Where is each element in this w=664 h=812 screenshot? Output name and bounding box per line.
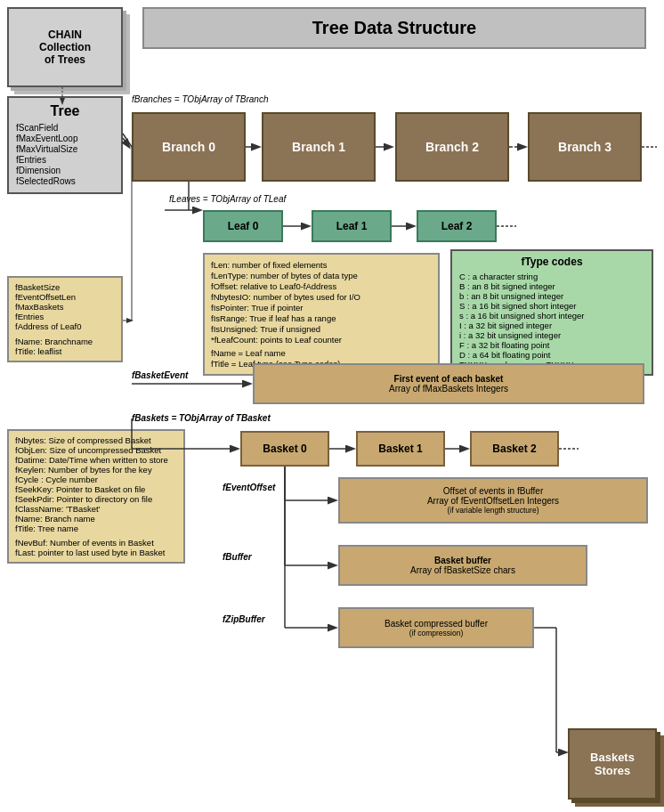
leaf-2: Leaf 2 [417,210,497,242]
tree-field-5: fSelectedRows [16,176,114,186]
branch-2: Branch 2 [395,112,509,182]
leaf-1: Leaf 1 [312,210,392,242]
branch-3: Branch 3 [528,112,642,182]
tree-field-2: fMaxVirtualSize [16,144,114,154]
ftype-5: I : a 32 bit signed integer [459,321,644,330]
basket-detail-box: fNbytes: Size of compressed Basket fObjL… [7,429,185,564]
fzipbuffer-line1: Basket compressed buffer [385,619,488,629]
branch-detail-box: fBasketSize fEventOffsetLen fMaxBaskets … [7,276,123,362]
leaf-info-box: fLen: number of fixed elements fLenType:… [203,253,440,376]
ftype-3: S : a 16 bit signed short integer [459,301,644,311]
basket-2: Basket 2 [470,431,559,467]
leaf-info-9: fName = Leaf name [211,348,432,358]
branch-detail-6: fName: Branchname [15,337,115,346]
chain-box: CHAIN Collection of Trees [7,7,123,87]
basket-detail-6: fSeekPdir: Pointer to directory on file [15,494,177,504]
leaf-info-1: fLenType: number of bytes of data type [211,271,432,280]
basket-detail-0: fNbytes: Size of compressed Basket [15,435,177,445]
ftype-title: fType codes [459,256,644,268]
basket-detail-7: fClassName: 'TBasket' [15,504,177,514]
branch-detail-0: fBasketSize [15,282,115,292]
fbasket-event-line2: Array of fMaxBaskets Integers [389,384,508,394]
chain-label: CHAIN Collection of Trees [39,28,91,66]
ftype-2: b : an 8 bit unsigned integer [459,291,644,301]
ftype-0: C : a character string [459,272,644,281]
branch-0: Branch 0 [132,112,246,182]
svg-line-4 [123,138,129,147]
feventoffset-line3: (if variable length structure) [448,506,539,515]
leaf-info-0: fLen: number of fixed elements [211,260,432,270]
branch-detail-2: fMaxBaskets [15,302,115,312]
leaf-info-7: *fLeafCount: points to Leaf counter [211,335,432,345]
svg-line-5 [123,134,132,147]
leaf-info-5: fIsRange: True if leaf has a range [211,313,432,323]
basket-detail-5: fSeekKey: Pointer to Basket on file [15,484,177,494]
tree-field-4: fDimension [16,166,114,175]
fbaskets-label: fBaskets = TObjArray of TBasket [132,413,271,423]
fbuffer-line2: Array of fBasketSize chars [410,565,515,575]
tree-field-1: fMaxEventLoop [16,134,114,143]
leaf-info-4: fIsPointer: True if pointer [211,303,432,313]
fbasket-event-line1: First event of each basket [394,374,504,384]
ftype-4: s : a 16 bit unsigned short integer [459,311,644,321]
tree-field-3: fEntries [16,155,114,165]
fbuffer-label: fBuffer [223,552,252,562]
branch-detail-7: fTitle: leaflist [15,346,115,356]
ftype-7: F : a 32 bit floating point [459,340,644,350]
basket-stores-label: Baskets Stores [590,751,635,777]
leaf-info-2: fOffset: relative to Leaf0-fAddress [211,281,432,291]
ftype-box: fType codes C : a character string B : a… [450,249,653,376]
fzipbuffer-box: Basket compressed buffer (if compression… [338,607,534,648]
ftype-6: i : a 32 bit unsigned integer [459,330,644,340]
feventoffset-line2: Array of fEventOffsetLen Integers [427,496,559,506]
leaf-info-3: fNbytesIO: number of bytes used for I/O [211,292,432,302]
leaf-info-6: fIsUnsigned: True if unsigned [211,324,432,334]
fzipbuffer-label: fZipBuffer [223,614,265,624]
page-title: Tree Data Structure [142,7,646,49]
feventoffset-label: fEventOffset [223,483,275,492]
branch-detail-1: fEventOffsetLen [15,292,115,302]
basket-1: Basket 1 [356,431,445,467]
basket-0: Basket 0 [240,431,329,467]
ftype-1: B : an 8 bit signed integer [459,281,644,291]
basket-detail-11: fNevBuf: Number of events in Basket [15,538,177,548]
basket-detail-12: fLast: pointer to last used byte in Bask… [15,548,177,557]
branch-detail-4: fAddress of Leaf0 [15,321,115,331]
basket-detail-3: fKeylen: Number of bytes for the key [15,465,177,475]
fbasket-event-label: fBasketEvent [132,370,188,380]
fbranches-label: fBranches = TObjArray of TBranch [132,94,269,104]
feventoffset-box: Offset of events in fBuffer Array of fEv… [338,477,648,524]
tree-field-0: fScanField [16,123,114,133]
basket-detail-8: fName: Branch name [15,514,177,524]
fbasket-event-box: First event of each basket Array of fMax… [253,363,644,404]
branch-1: Branch 1 [262,112,376,182]
leaf-0: Leaf 0 [203,210,283,242]
basket-detail-9: fTitle: Tree name [15,524,177,533]
tree-title: Tree [16,103,114,119]
feventoffset-line1: Offset of events in fBuffer [443,486,543,496]
basket-stores: Baskets Stores [568,728,657,800]
branch-detail-3: fEntries [15,312,115,321]
basket-detail-2: fDatime: Date/Time when written to store [15,455,177,465]
basket-detail-4: fCycle : Cycle number [15,475,177,484]
basket-detail-1: fObjLen: Size of uncompressed Basket [15,445,177,455]
fbuffer-line1: Basket buffer [434,556,491,565]
tree-box: Tree fScanField fMaxEventLoop fMaxVirtua… [7,96,123,194]
ftype-8: D : a 64 bit floating point [459,350,644,360]
fleaves-label: fLeaves = TObjArray of TLeaf [169,194,286,204]
fbuffer-box: Basket buffer Array of fBasketSize chars [338,545,587,586]
fzipbuffer-line2: (if compression) [409,629,463,637]
